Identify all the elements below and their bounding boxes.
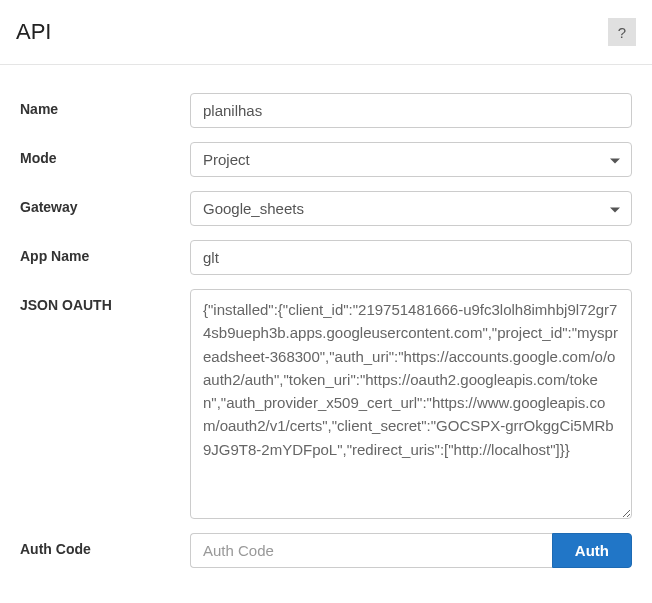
label-json-oauth: JSON OAUTH — [20, 289, 190, 313]
gateway-select[interactable]: Google_sheets — [190, 191, 632, 226]
row-json-oauth: JSON OAUTH — [20, 289, 632, 519]
name-input[interactable] — [190, 93, 632, 128]
row-auth-code: Auth Code Auth — [20, 533, 632, 568]
label-auth-code: Auth Code — [20, 533, 190, 557]
app-name-input[interactable] — [190, 240, 632, 275]
auth-code-input[interactable] — [190, 533, 552, 568]
row-app-name: App Name — [20, 240, 632, 275]
auth-button[interactable]: Auth — [552, 533, 632, 568]
row-gateway: Gateway Google_sheets — [20, 191, 632, 226]
label-app-name: App Name — [20, 240, 190, 264]
help-button[interactable]: ? — [608, 18, 636, 46]
json-oauth-textarea[interactable] — [190, 289, 632, 519]
label-gateway: Gateway — [20, 191, 190, 215]
mode-select[interactable]: Project — [190, 142, 632, 177]
page-header: API ? — [0, 0, 652, 65]
label-name: Name — [20, 93, 190, 117]
api-form: Name Mode Project Gateway Google_sheets … — [0, 65, 652, 602]
page-title: API — [16, 19, 51, 45]
label-mode: Mode — [20, 142, 190, 166]
row-mode: Mode Project — [20, 142, 632, 177]
row-name: Name — [20, 93, 632, 128]
